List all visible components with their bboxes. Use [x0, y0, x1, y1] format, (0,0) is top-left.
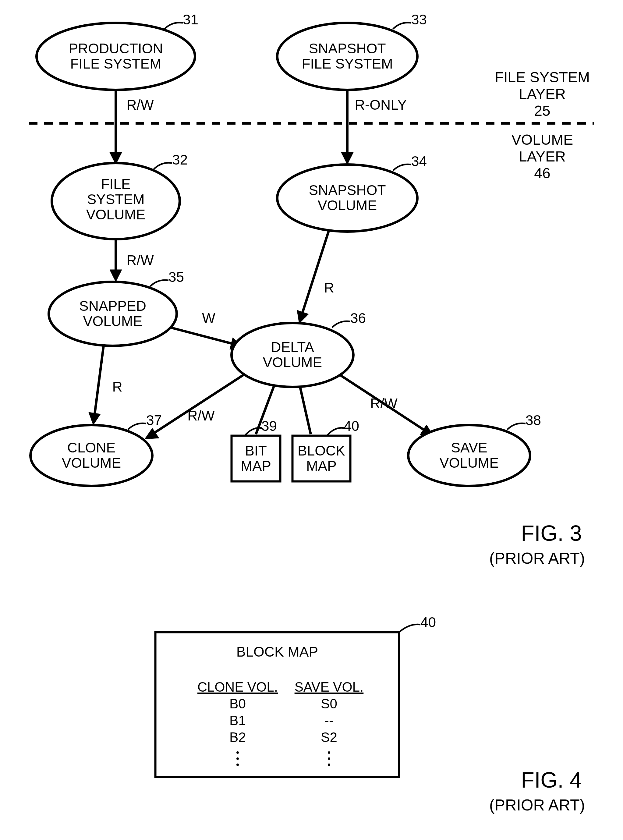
node-save-volume: SAVE VOLUME 38 [408, 412, 541, 486]
svg-text:SNAPSHOT: SNAPSHOT [308, 40, 386, 56]
svg-text:B1: B1 [229, 713, 246, 728]
svg-text:VOLUME: VOLUME [86, 207, 145, 223]
node-snapshot-file-system: SNAPSHOT FILE SYSTEM 33 [277, 12, 427, 90]
svg-text:BLOCK MAP: BLOCK MAP [236, 644, 318, 660]
svg-text:(PRIOR ART): (PRIOR ART) [489, 549, 585, 567]
edge-delta-to-clone: R/W [145, 375, 244, 439]
svg-point-89 [328, 751, 330, 754]
svg-text:FILE SYSTEM: FILE SYSTEM [70, 56, 161, 72]
svg-marker-30 [110, 270, 122, 282]
svg-text:SAVE VOL.: SAVE VOL. [295, 679, 364, 694]
svg-text:35: 35 [169, 269, 184, 285]
svg-text:VOLUME: VOLUME [83, 313, 142, 329]
svg-text:FILE SYSTEM: FILE SYSTEM [495, 69, 590, 85]
svg-text:46: 46 [534, 165, 550, 181]
svg-point-87 [236, 757, 239, 760]
svg-text:MAP: MAP [306, 458, 337, 474]
svg-text:SYSTEM: SYSTEM [87, 191, 144, 207]
svg-text:BLOCK: BLOCK [298, 443, 345, 459]
svg-text:FILE: FILE [101, 176, 130, 192]
svg-text:LAYER: LAYER [519, 148, 566, 164]
svg-text:SNAPPED: SNAPPED [79, 298, 146, 314]
svg-text:31: 31 [183, 12, 198, 28]
svg-text:FIG. 4: FIG. 4 [521, 768, 582, 792]
svg-text:CLONE: CLONE [68, 440, 115, 456]
svg-text:DELTA: DELTA [271, 339, 314, 355]
svg-text:32: 32 [172, 152, 188, 167]
block-map-table: 40 BLOCK MAP CLONE VOL. SAVE VOL. B0 S0 … [155, 614, 436, 777]
svg-line-49 [152, 375, 244, 434]
svg-text:38: 38 [525, 412, 541, 428]
edge-fsvolume-to-snapped: R/W [110, 239, 154, 282]
node-bit-map: BIT MAP 39 [232, 418, 280, 481]
svg-marker-50 [145, 428, 159, 439]
edge-delta-to-blockmap [300, 387, 311, 434]
svg-text:36: 36 [350, 310, 366, 326]
svg-point-88 [236, 763, 239, 766]
svg-text:R/W: R/W [126, 97, 154, 113]
svg-text:34: 34 [411, 153, 427, 169]
svg-text:PRODUCTION: PRODUCTION [69, 40, 163, 56]
svg-text:S2: S2 [321, 730, 337, 745]
svg-text:R: R [112, 379, 122, 395]
node-production-file-system: PRODUCTION FILE SYSTEM 31 [37, 12, 198, 90]
svg-text:S0: S0 [321, 696, 337, 711]
node-snapshot-volume: SNAPSHOT VOLUME 34 [277, 153, 427, 232]
svg-text:39: 39 [261, 418, 277, 434]
svg-line-46 [94, 346, 104, 416]
svg-text:(PRIOR ART): (PRIOR ART) [489, 796, 585, 814]
svg-marker-47 [89, 412, 101, 425]
svg-text:VOLUME: VOLUME [62, 455, 121, 471]
file-system-layer-label: FILE SYSTEM LAYER 25 [495, 69, 590, 119]
svg-text:CLONE VOL.: CLONE VOL. [197, 679, 278, 694]
edge-production-to-fsvolume: R/W [110, 90, 154, 164]
svg-text:R-ONLY: R-ONLY [355, 97, 407, 113]
svg-point-90 [328, 757, 330, 760]
svg-text:40: 40 [420, 614, 436, 630]
svg-marker-18 [341, 152, 353, 164]
edge-snapped-to-clone: R [89, 346, 123, 425]
svg-text:VOLUME: VOLUME [511, 132, 573, 148]
svg-point-86 [236, 751, 239, 754]
svg-line-39 [170, 327, 235, 344]
svg-text:40: 40 [344, 418, 359, 434]
svg-text:VOLUME: VOLUME [318, 197, 377, 213]
svg-text:FIG. 3: FIG. 3 [521, 521, 582, 545]
svg-text:R/W: R/W [126, 252, 154, 268]
svg-text:33: 33 [411, 12, 427, 28]
svg-text:VOLUME: VOLUME [263, 354, 322, 370]
svg-text:W: W [202, 310, 215, 326]
volume-layer-label: VOLUME LAYER 46 [511, 132, 573, 181]
svg-text:VOLUME: VOLUME [440, 455, 499, 471]
edge-snapshotvol-to-delta: R [297, 230, 334, 324]
svg-text:R: R [324, 280, 334, 296]
svg-text:BIT: BIT [245, 443, 267, 459]
svg-text:B0: B0 [229, 696, 246, 711]
svg-text:SAVE: SAVE [451, 440, 487, 456]
svg-text:R/W: R/W [370, 395, 397, 411]
svg-line-53 [300, 387, 311, 434]
svg-text:LAYER: LAYER [519, 86, 566, 102]
node-block-map: BLOCK MAP 40 [293, 418, 359, 481]
svg-marker-33 [297, 310, 308, 324]
svg-text:37: 37 [146, 412, 162, 428]
node-file-system-volume: FILE SYSTEM VOLUME 32 [52, 152, 188, 239]
svg-text:FILE SYSTEM: FILE SYSTEM [302, 56, 393, 72]
edge-snapshotfs-to-snapshotvol: R-ONLY [341, 90, 407, 164]
svg-text:25: 25 [534, 103, 550, 119]
edge-snapped-to-delta: W [170, 310, 243, 350]
svg-text:R/W: R/W [187, 408, 215, 424]
svg-text:B2: B2 [229, 730, 246, 745]
fig4-caption: FIG. 4 (PRIOR ART) [489, 768, 585, 814]
svg-text:--: -- [324, 713, 333, 728]
fig3-caption: FIG. 3 (PRIOR ART) [489, 521, 585, 567]
svg-line-32 [302, 230, 329, 315]
node-clone-volume: CLONE VOLUME 37 [31, 412, 162, 486]
svg-point-91 [328, 763, 330, 766]
figure-canvas: FILE SYSTEM LAYER 25 VOLUME LAYER 46 PRO… [0, 0, 623, 840]
svg-text:SNAPSHOT: SNAPSHOT [308, 182, 386, 198]
svg-text:MAP: MAP [241, 458, 271, 474]
